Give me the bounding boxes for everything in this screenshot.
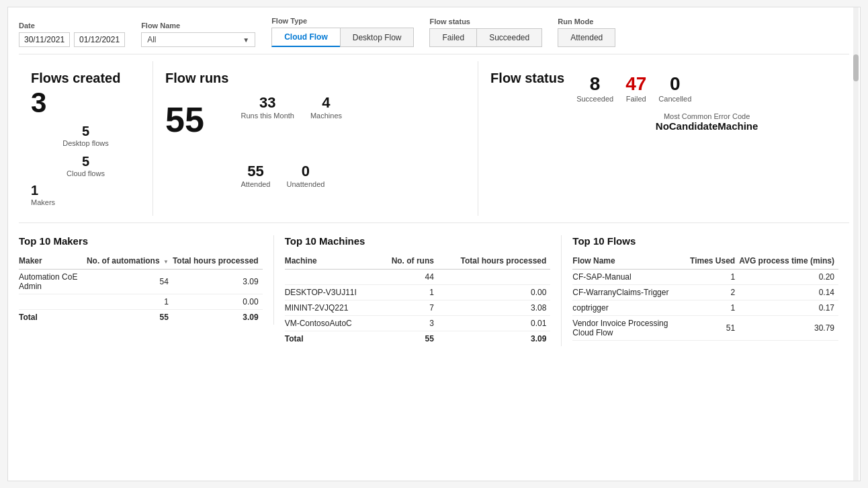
run-mode-label: Run Mode <box>558 17 615 26</box>
maker-automations: 54 <box>87 270 173 294</box>
makers-col-hours: Total hours processed <box>173 253 263 270</box>
flow-type-cloud-btn[interactable]: Cloud Flow <box>271 28 341 47</box>
attended-count: 55 Attended <box>241 163 270 188</box>
flows-col-name: Flow Name <box>572 253 690 270</box>
flow-times: 1 <box>690 300 739 316</box>
machines-table: Machine No. of runs Total hours processe… <box>285 253 551 346</box>
flow-runs-big: 55 <box>165 101 228 139</box>
error-label: Most Common Error Code <box>576 112 837 120</box>
filter-row: Date 30/11/2021 01/12/2021 Flow Name All… <box>19 17 849 54</box>
maker-automations: 1 <box>87 294 173 310</box>
machine-name: DESKTOP-V3UJ11I <box>285 285 380 300</box>
machine-hours: 0.00 <box>438 285 550 300</box>
table-row: coptrigger 1 0.17 <box>572 300 838 316</box>
flow-name-label: Flow Name <box>141 22 255 30</box>
flow-type-buttons: Cloud Flow Desktop Flow <box>271 28 413 47</box>
cancelled-num: 0 <box>670 73 681 95</box>
scrollbar-thumb[interactable] <box>853 54 859 81</box>
top-machines-title: Top 10 Machines <box>285 235 551 247</box>
makers-col-automations[interactable]: No. of automations ▼ <box>87 253 173 270</box>
makers-total-hours: 3.09 <box>173 310 263 325</box>
flow-times: 2 <box>690 285 739 300</box>
flow-type-desktop-btn[interactable]: Desktop Flow <box>340 28 415 47</box>
flows-created-value: 3 <box>31 87 140 118</box>
flow-type-label: Flow Type <box>271 17 413 25</box>
machines-total-hours: 3.09 <box>438 331 550 347</box>
table-row: DESKTOP-V3UJ11I 1 0.00 <box>285 285 551 300</box>
flow-status-section: Flow status 8 Succeeded 47 Failed 0 Canc… <box>478 61 849 216</box>
flow-status-right: 8 Succeeded 47 Failed 0 Cancelled Most C… <box>576 71 837 206</box>
table-row: CF-WarranyClaims-Trigger 2 0.14 <box>572 285 838 300</box>
date-from-input[interactable]: 30/11/2021 <box>19 32 70 47</box>
machine-runs: 44 <box>380 270 438 285</box>
top-machines-section: Top 10 Machines Machine No. of runs Tota… <box>285 235 562 346</box>
date-to-input[interactable]: 01/12/2021 <box>74 32 125 47</box>
succeeded-col: 8 Succeeded <box>576 73 613 103</box>
run-mode-buttons: Attended <box>558 28 615 47</box>
top-flows-title: Top 10 Flows <box>572 235 838 247</box>
machine-runs: 7 <box>380 300 438 316</box>
flow-runs-bottom-row: 55 Attended 0 Unattended <box>241 163 342 188</box>
flows-col-times: Times Used <box>690 253 739 270</box>
flow-name: CF-WarranyClaims-Trigger <box>572 285 690 300</box>
machine-runs: 3 <box>380 316 438 331</box>
flow-type-group: Flow Type Cloud Flow Desktop Flow <box>271 17 413 47</box>
cloud-flows-label: Cloud flows <box>67 169 105 177</box>
succeeded-label: Succeeded <box>576 95 613 103</box>
flow-avg: 0.20 <box>739 270 838 285</box>
table-row: Automation CoE Admin 54 3.09 <box>19 270 263 294</box>
flows-created-title: Flows created <box>31 71 140 86</box>
flow-name: Vendor Invoice Processing Cloud Flow <box>572 316 690 341</box>
kpi-row: Flows created 3 5 Desktop flows 5 Cloud … <box>19 61 849 223</box>
makers-label: Makers <box>31 198 55 206</box>
maker-hours: 3.09 <box>173 270 263 294</box>
flow-runs-section: Flow runs 55 33 Runs this Month 4 Machin… <box>153 61 478 216</box>
flow-avg: 30.79 <box>739 316 838 341</box>
scrollbar[interactable] <box>853 7 859 481</box>
table-row: CF-SAP-Manual 1 0.20 <box>572 270 838 285</box>
failed-label: Failed <box>626 95 646 103</box>
flow-runs-left: Flow runs 55 <box>165 71 228 206</box>
cloud-flows-num: 5 <box>82 154 89 169</box>
flow-name-value: All <box>147 35 156 44</box>
date-filter-group: Date 30/11/2021 01/12/2021 <box>19 22 125 47</box>
cancelled-col: 0 Cancelled <box>658 73 691 103</box>
flow-status-filter-label: Flow status <box>429 17 541 26</box>
machine-hours: 0.01 <box>438 316 550 331</box>
machines-col-machine: Machine <box>285 253 380 270</box>
makers-col-maker: Maker <box>19 253 87 270</box>
table-row: VM-ContosoAutoC 3 0.01 <box>285 316 551 331</box>
flow-name-filter-group: Flow Name All ▼ <box>141 22 255 47</box>
flow-times: 1 <box>690 270 739 285</box>
makers-num: 1 <box>31 183 38 198</box>
date-label: Date <box>19 22 125 30</box>
flow-runs-title: Flow runs <box>165 71 228 86</box>
flow-runs-right: 33 Runs this Month 4 Machines 55 Attende… <box>241 71 342 206</box>
flow-status-title: Flow status <box>490 71 564 86</box>
date-inputs: 30/11/2021 01/12/2021 <box>19 32 125 47</box>
flow-name-select[interactable]: All ▼ <box>141 32 255 47</box>
table-row: MININT-2VJQ221 7 3.08 <box>285 300 551 316</box>
run-mode-group: Run Mode Attended <box>558 17 615 47</box>
chevron-down-icon: ▼ <box>243 36 249 44</box>
table-row: 1 0.00 <box>19 294 263 310</box>
cloud-flows-item: 5 Cloud flows <box>31 154 140 177</box>
desktop-flows-num: 5 <box>82 124 89 139</box>
machines-count: 4 Machines <box>310 94 342 120</box>
succeeded-num: 8 <box>590 73 601 95</box>
machines-total-label: Total <box>285 331 380 347</box>
makers-total-row: Total 55 3.09 <box>19 310 263 325</box>
error-code: NoCandidateMachine <box>576 120 837 132</box>
run-mode-attended-btn[interactable]: Attended <box>558 28 615 47</box>
flow-status-succeeded-btn[interactable]: Succeeded <box>476 28 542 47</box>
machine-runs: 1 <box>380 285 438 300</box>
flow-runs-top-row: 33 Runs this Month 4 Machines <box>241 94 342 120</box>
makers-item: 1 Makers <box>31 183 140 206</box>
machine-hours <box>438 270 550 285</box>
top-makers-title: Top 10 Makers <box>19 235 263 247</box>
maker-name: Automation CoE Admin <box>19 270 87 294</box>
table-row: Vendor Invoice Processing Cloud Flow 51 … <box>572 316 838 341</box>
makers-table: Maker No. of automations ▼ Total hours p… <box>19 253 263 325</box>
failed-num: 47 <box>625 73 646 95</box>
flow-status-failed-btn[interactable]: Failed <box>429 28 477 47</box>
